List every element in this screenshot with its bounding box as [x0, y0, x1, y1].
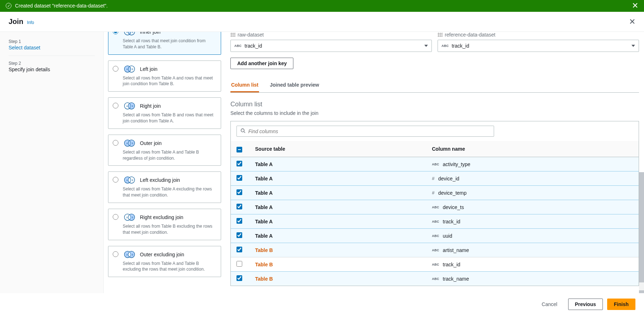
- modal-close-button[interactable]: ✕: [629, 18, 635, 26]
- join-type-radio[interactable]: [113, 214, 118, 220]
- column-search-field[interactable]: [248, 129, 490, 134]
- join-type-inner-join[interactable]: A B Inner join Select all rows that meet…: [108, 32, 221, 55]
- join-type-radio[interactable]: [113, 140, 118, 146]
- svg-text:A: A: [126, 216, 128, 219]
- banner-close-button[interactable]: ✕: [632, 2, 638, 10]
- join-type-label: Outer join: [140, 140, 162, 146]
- column-name: artist_name: [443, 247, 469, 253]
- svg-text:B: B: [132, 216, 133, 219]
- column-name: track_id: [443, 219, 460, 224]
- source-table-label: Table A: [255, 233, 273, 239]
- join-type-outer-excluding-join[interactable]: A B Outer excluding join Select all rows…: [108, 246, 221, 277]
- column-checkbox[interactable]: [236, 204, 242, 209]
- column-name: uuid: [443, 233, 452, 239]
- venn-oex-icon: A B: [123, 251, 136, 258]
- venn-left-icon: A B: [123, 65, 136, 73]
- search-icon: [240, 128, 245, 134]
- svg-line-43: [244, 132, 245, 133]
- right-join-key-value: track_id: [452, 43, 469, 49]
- column-name: track_id: [443, 262, 460, 267]
- column-checkbox[interactable]: [236, 175, 242, 181]
- dataset-icon: [230, 33, 235, 37]
- column-type-icon: #: [432, 176, 435, 181]
- join-type-left-excluding-join[interactable]: A B Left excluding join Select all rows …: [108, 171, 221, 203]
- column-type-icon: ABC: [432, 220, 439, 223]
- column-list-container: Source table Column name Table A ABCacti…: [230, 121, 639, 286]
- join-config-panel: raw-dataset ABC track_id reference-data-…: [225, 32, 644, 293]
- svg-text:A: A: [126, 32, 128, 33]
- step-1-title: Select dataset: [9, 45, 95, 50]
- page-header: Join Info ✕: [0, 12, 644, 32]
- column-checkbox[interactable]: [236, 232, 242, 238]
- join-type-right-join[interactable]: A B Right join Select all rows from Tabl…: [108, 97, 221, 129]
- right-dataset-col: reference-data-dataset ABC track_id: [438, 32, 639, 52]
- finish-button[interactable]: Finish: [607, 299, 635, 310]
- join-type-radio[interactable]: [113, 66, 118, 72]
- column-checkbox[interactable]: [236, 161, 242, 166]
- join-type-panel: A B Inner join Select all rows that meet…: [104, 32, 225, 293]
- join-type-desc: Select all rows from Table A and rows th…: [123, 75, 216, 87]
- join-type-left-join[interactable]: A B Left join Select all rows from Table…: [108, 60, 221, 92]
- source-table-label: Table A: [255, 204, 273, 210]
- column-row: Table A ABCactivity_type: [231, 157, 639, 171]
- right-join-key-select[interactable]: ABC track_id: [438, 40, 639, 52]
- tab-joined-preview[interactable]: Joined table preview: [269, 78, 320, 92]
- column-name: activity_type: [443, 161, 470, 167]
- svg-text:B: B: [132, 179, 133, 181]
- venn-inner-icon: A B: [123, 32, 136, 36]
- column-row: Table A #device_id: [231, 171, 639, 186]
- scrollbar-track[interactable]: [639, 172, 644, 293]
- check-circle-icon: ✓: [6, 3, 11, 9]
- left-join-key-select[interactable]: ABC track_id: [230, 40, 432, 52]
- column-checkbox[interactable]: [236, 247, 242, 252]
- scrollbar-thumb[interactable]: [639, 172, 644, 282]
- column-name: device_temp: [438, 190, 467, 196]
- source-table-label: Table B: [255, 262, 273, 267]
- select-all-checkbox[interactable]: [236, 147, 242, 152]
- join-type-radio[interactable]: [113, 103, 118, 108]
- previous-button[interactable]: Previous: [568, 299, 603, 310]
- column-type-icon: #: [432, 190, 435, 195]
- join-type-desc: Select all rows from Table A excluding t…: [123, 186, 216, 198]
- join-type-desc: Select all rows from Table B excluding t…: [123, 223, 216, 236]
- join-type-radio[interactable]: [113, 177, 118, 183]
- column-row: Table A ABCuuid: [231, 229, 639, 243]
- svg-text:B: B: [132, 32, 133, 33]
- left-dataset-col: raw-dataset ABC track_id: [230, 32, 432, 52]
- success-banner: ✓ Created dataset "reference-data-datase…: [0, 0, 644, 12]
- step-2-title: Specify join details: [9, 67, 95, 72]
- column-row: Table A #device_temp: [231, 186, 639, 200]
- banner-message: Created dataset "reference-data-dataset"…: [15, 3, 108, 9]
- column-checkbox[interactable]: [236, 275, 242, 281]
- cancel-button[interactable]: Cancel: [535, 299, 564, 310]
- column-type-icon: ABC: [432, 205, 439, 209]
- join-type-label: Inner join: [140, 32, 161, 35]
- source-table-label: Table A: [255, 219, 273, 224]
- tab-column-list[interactable]: Column list: [230, 78, 259, 92]
- column-type-icon: ABC: [432, 234, 439, 238]
- join-type-outer-join[interactable]: A B Outer join Select all rows from Tabl…: [108, 135, 221, 166]
- join-type-radio[interactable]: [113, 251, 118, 257]
- step-2-number: Step 2: [9, 61, 95, 66]
- scrollbar-arrow-down-icon[interactable]: [639, 290, 644, 293]
- info-link[interactable]: Info: [27, 20, 34, 25]
- column-row: Table B ABCtrack_id: [231, 257, 639, 272]
- source-table-label: Table A: [255, 161, 273, 167]
- venn-rex-icon: A B: [123, 213, 136, 221]
- join-type-radio[interactable]: [113, 32, 118, 34]
- column-list-title: Column list: [230, 101, 639, 108]
- header-source: Source table: [249, 141, 426, 157]
- svg-text:A: A: [126, 105, 128, 107]
- type-tag-abc: ABC: [441, 44, 449, 48]
- join-type-right-excluding-join[interactable]: A B Right excluding join Select all rows…: [108, 209, 221, 240]
- add-join-key-button[interactable]: Add another join key: [230, 58, 293, 69]
- step-1[interactable]: Step 1 Select dataset: [9, 39, 95, 56]
- column-type-icon: ABC: [432, 163, 439, 166]
- column-checkbox[interactable]: [236, 261, 242, 267]
- column-checkbox[interactable]: [236, 218, 242, 224]
- join-type-label: Left join: [140, 66, 157, 72]
- column-search-input[interactable]: [236, 126, 494, 137]
- left-dataset-name: raw-dataset: [238, 32, 264, 38]
- svg-text:B: B: [132, 68, 133, 70]
- column-checkbox[interactable]: [236, 189, 242, 195]
